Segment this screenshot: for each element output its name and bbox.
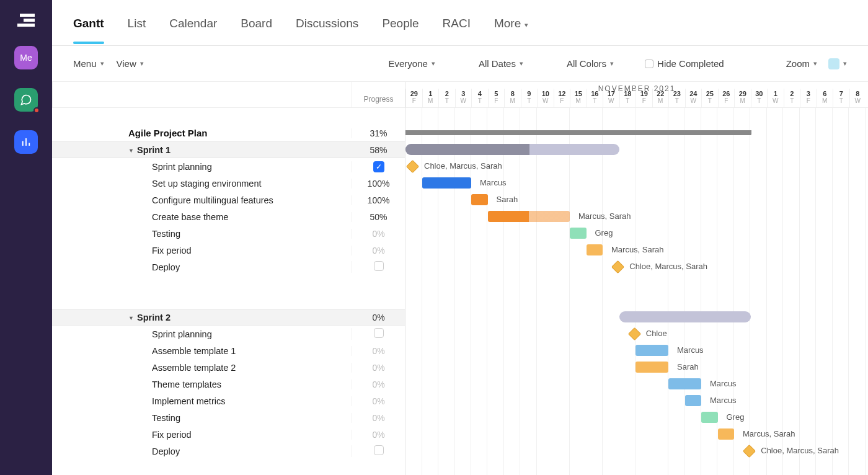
tab-gantt[interactable]: Gantt: [73, 3, 104, 43]
chevron-down-icon: ▾: [520, 60, 523, 68]
sprint-progress: 0%: [352, 313, 405, 322]
project-progress: 31%: [352, 128, 405, 138]
checkbox-empty-icon: [645, 60, 653, 68]
reports-icon[interactable]: [14, 130, 38, 154]
milestone-icon[interactable]: [406, 160, 419, 173]
gantt-bar[interactable]: [718, 428, 735, 440]
task-name[interactable]: Configure multilingual features: [52, 195, 352, 205]
project-title[interactable]: Agile Project Plan: [52, 128, 352, 138]
task-name[interactable]: Set up staging environment: [52, 179, 352, 189]
gantt-bar[interactable]: [636, 345, 668, 356]
view-dropdown[interactable]: View ▾: [117, 58, 144, 69]
gantt-bar[interactable]: [587, 244, 603, 255]
tab-people[interactable]: People: [382, 3, 418, 43]
avatar[interactable]: Me: [14, 46, 38, 69]
date-cell: 4T: [471, 89, 488, 107]
chat-icon[interactable]: [14, 88, 38, 112]
chevron-down-icon: ▾: [843, 60, 847, 68]
project-summary-bar[interactable]: [405, 130, 751, 135]
task-name[interactable]: Fix period: [52, 246, 352, 255]
task-name[interactable]: Theme templates: [52, 380, 352, 389]
task-name[interactable]: Assemble template 1: [52, 346, 352, 356]
task-name[interactable]: Sprint planning: [52, 162, 352, 172]
check-empty-icon[interactable]: [374, 328, 384, 338]
check-complete-icon[interactable]: ✓: [373, 161, 384, 172]
chevron-down-icon: ▾: [100, 60, 104, 68]
sprint-summary-bar[interactable]: [405, 144, 619, 155]
task-name[interactable]: Deploy: [52, 446, 352, 456]
color-scheme-dropdown[interactable]: ▾: [828, 58, 847, 69]
filter-all-dates[interactable]: All Dates ▾: [479, 58, 523, 69]
task-name[interactable]: Assemble template 2: [52, 363, 352, 373]
tab-discussions[interactable]: Discussions: [296, 3, 358, 43]
gantt-bar[interactable]: [488, 211, 570, 222]
zoom-dropdown[interactable]: Zoom ▾: [786, 58, 817, 69]
date-cell: 3W: [455, 89, 472, 107]
milestone-icon[interactable]: [743, 445, 756, 458]
milestone-icon[interactable]: [611, 260, 624, 273]
sprint-header[interactable]: Sprint 2: [52, 313, 352, 322]
date-cell: 1W: [767, 89, 784, 107]
chevron-down-icon: ▾: [610, 60, 614, 68]
task-name[interactable]: Testing: [52, 413, 352, 423]
sprint-summary-bar[interactable]: [619, 311, 751, 322]
task-name[interactable]: Fix period: [52, 430, 352, 440]
date-cell: 19F: [636, 89, 652, 107]
check-empty-icon[interactable]: [374, 445, 384, 455]
task-name[interactable]: Testing: [52, 229, 352, 239]
gantt-bar[interactable]: [685, 395, 702, 406]
task-progress: 0%: [352, 229, 405, 239]
svg-rect-2: [17, 24, 35, 27]
chevron-down-icon: ▾: [140, 60, 144, 68]
task-name[interactable]: Sprint planning: [52, 329, 352, 339]
date-cell: 2T: [438, 89, 455, 107]
date-cell: 5F: [488, 89, 505, 107]
gantt-bar[interactable]: [422, 177, 472, 189]
bar-assignees: Sarah: [677, 362, 699, 371]
gantt-bar[interactable]: [668, 378, 701, 389]
task-progress: ✓: [352, 161, 405, 172]
gantt-bar[interactable]: [636, 362, 668, 373]
date-cell: 22M: [652, 89, 669, 107]
timeline-header: NOVEMBER 2021 29F1M2T3W4T5F8M9T10W12F15M…: [405, 82, 868, 108]
gantt-bar[interactable]: [570, 228, 587, 239]
tab-more[interactable]: More ▾: [494, 3, 528, 43]
sprint-progress: 58%: [352, 145, 405, 155]
task-progress: 0%: [352, 430, 405, 440]
tab-list[interactable]: List: [128, 3, 146, 43]
sprint-header[interactable]: Sprint 1: [52, 145, 352, 155]
milestone-icon[interactable]: [628, 327, 641, 340]
date-cell: 24W: [685, 89, 702, 107]
task-progress: 0%: [352, 346, 405, 356]
date-cell: 1M: [422, 89, 439, 107]
bar-assignees: Marcus: [677, 345, 704, 355]
date-cell: 9T: [521, 89, 538, 107]
bar-assignees: Marcus, Sarah: [578, 211, 631, 221]
check-empty-icon[interactable]: [374, 261, 384, 271]
tab-board[interactable]: Board: [241, 3, 272, 43]
bar-assignees: Marcus, Sarah: [611, 245, 664, 254]
menu-dropdown[interactable]: Menu ▾: [73, 58, 104, 69]
date-cell: 25T: [701, 89, 718, 107]
hide-completed-toggle[interactable]: Hide Completed: [645, 58, 724, 69]
date-cell: 6M: [817, 89, 833, 107]
task-list-panel: Progress Agile Project Plan31%Sprint 158…: [52, 82, 405, 475]
gantt-bar[interactable]: [471, 194, 488, 205]
chevron-down-icon: ▾: [813, 60, 817, 68]
tab-raci[interactable]: RACI: [443, 3, 471, 43]
bar-assignees: Marcus: [710, 379, 737, 388]
gantt-bar[interactable]: [701, 412, 718, 423]
app-root: Me Gantt List Calendar Board Discussions…: [0, 0, 868, 475]
task-name[interactable]: Implement metrics: [52, 396, 352, 406]
bar-assignees: Chloe, Marcus, Sarah: [424, 161, 502, 171]
filter-all-colors[interactable]: All Colors ▾: [567, 58, 614, 69]
svg-rect-0: [20, 14, 35, 17]
task-name[interactable]: Create base theme: [52, 212, 352, 222]
task-name[interactable]: Deploy: [52, 262, 352, 272]
task-table: Agile Project Plan31%Sprint 158%Sprint p…: [52, 108, 405, 475]
bar-assignees: Marcus: [710, 396, 737, 405]
tab-calendar[interactable]: Calendar: [169, 3, 217, 43]
date-cell: 23T: [668, 89, 685, 107]
filter-everyone[interactable]: Everyone ▾: [389, 58, 435, 69]
gantt-body[interactable]: Chloe, Marcus, SarahMarcusSarahMarcus, S…: [405, 108, 868, 475]
